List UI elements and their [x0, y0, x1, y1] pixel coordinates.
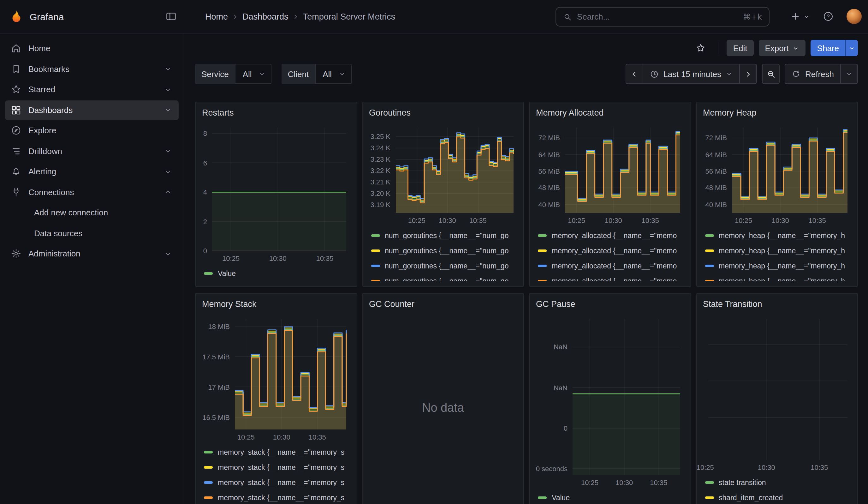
share-dropdown-button[interactable] [845, 40, 858, 56]
sidebar-item-starred[interactable]: Starred [5, 80, 179, 99]
legend-item[interactable]: memory_heap {__name__="memory_h [705, 274, 851, 281]
share-button[interactable]: Share [811, 40, 845, 56]
sidebar-item-alerting[interactable]: Alerting [5, 162, 179, 181]
zoom-out-button[interactable] [762, 64, 780, 84]
client-variable-select[interactable]: All [315, 64, 351, 84]
dashboard-main: Edit Export Share Service All [184, 33, 868, 504]
sidebar-item-explore[interactable]: Explore [5, 121, 179, 140]
sidebar-item-bookmarks[interactable]: Bookmarks [5, 59, 179, 79]
timeseries-chart [708, 319, 847, 460]
legend-series-color [371, 280, 380, 281]
chevron-down-icon[interactable] [164, 249, 172, 258]
x-axis-label: 10:30 [616, 479, 633, 486]
panel-title[interactable]: GC Counter [369, 299, 517, 310]
sidebar-item-add-new-connection[interactable]: Add new connection [5, 203, 179, 222]
breadcrumb-dashboards[interactable]: Dashboards [242, 12, 289, 21]
sidebar-item-home[interactable]: Home [5, 39, 179, 58]
y-axis-label: 72 MiB [705, 134, 727, 142]
legend-series-label: num_goroutines {__name__="num_go [385, 262, 508, 270]
legend-item[interactable]: num_goroutines {__name__="num_go [371, 243, 517, 258]
chart-plot[interactable] [708, 319, 847, 460]
chart-plot[interactable]: 72 MiB64 MiB56 MiB48 MiB40 MiB [565, 127, 680, 213]
legend-item[interactable]: Value [204, 266, 350, 281]
y-axis-label: 48 MiB [705, 184, 727, 192]
panel-title[interactable]: Goroutines [369, 107, 517, 119]
user-avatar[interactable] [847, 9, 862, 24]
chevron-down-icon[interactable] [164, 105, 172, 114]
edit-button[interactable]: Edit [727, 40, 754, 56]
legend-item[interactable]: num_goroutines {__name__="num_go [371, 274, 517, 281]
x-axis-label: 10:35 [469, 217, 487, 224]
sidebar-item-dashboards[interactable]: Dashboards [5, 100, 179, 120]
chevron-down-icon[interactable] [164, 85, 172, 94]
panel-restarts: Restarts8642010:2510:3010:35Value [195, 102, 357, 287]
chevron-up-icon[interactable] [164, 187, 172, 196]
x-axis-label: 10:25 [568, 217, 585, 224]
chevron-down-icon[interactable] [164, 64, 172, 73]
legend-item[interactable]: memory_allocated {__name__="memo [538, 274, 684, 281]
star-dashboard-button[interactable] [692, 40, 710, 56]
sidebar-item-administration[interactable]: Administration [5, 244, 179, 263]
legend-series-color [204, 496, 213, 499]
time-range-picker[interactable]: Last 15 minutes [642, 64, 740, 84]
legend-item[interactable]: memory_heap {__name__="memory_h [705, 258, 851, 274]
panel-title[interactable]: Memory Stack [202, 299, 350, 310]
grafana-app: Grafana Home Dashboards Temporal Server … [0, 0, 868, 504]
legend-series-label: Value [218, 270, 236, 277]
chart-plot[interactable]: NaNNaN00 seconds [572, 319, 680, 475]
legend-item[interactable]: shard_item_created [705, 490, 851, 504]
chart-plot[interactable]: 86420 [212, 127, 346, 251]
legend-item[interactable]: Value [538, 490, 684, 504]
chevron-down-icon[interactable] [164, 167, 172, 176]
panel-title[interactable]: Memory Heap [703, 107, 851, 119]
sidebar-toggle-icon[interactable] [165, 11, 177, 22]
sidebar-item-connections[interactable]: Connections [5, 182, 179, 202]
legend-item[interactable]: memory_allocated {__name__="memo [538, 243, 684, 258]
breadcrumb-current: Temporal Server Metrics [303, 12, 395, 21]
legend-series-color [538, 265, 547, 267]
legend-item[interactable]: memory_stack {__name__="memory_s [204, 490, 350, 504]
panel-title[interactable]: State Transition [703, 299, 851, 310]
y-axis-label: 64 MiB [538, 151, 560, 158]
chevron-down-icon[interactable] [164, 146, 172, 155]
time-range-label: Last 15 minutes [663, 69, 721, 79]
grafana-logo[interactable] [9, 10, 23, 23]
chart-plot[interactable]: 18 MiB17.5 MiB17 MiB16.5 MiB [235, 319, 346, 430]
x-axis-label: 10:30 [439, 217, 456, 224]
chevron-right-icon [744, 70, 753, 78]
sidebar-item-drilldown[interactable]: Drilldown [5, 141, 179, 161]
legend-item[interactable]: memory_stack {__name__="memory_s [204, 445, 350, 460]
refresh-button[interactable]: Refresh [785, 64, 841, 84]
x-axis-label: 10:30 [772, 217, 789, 224]
sidebar-item-data-sources[interactable]: Data sources [5, 223, 179, 243]
search-input[interactable]: Search... ⌘+k [556, 7, 769, 27]
y-axis-label: 16.5 MiB [202, 414, 230, 421]
panel-title[interactable]: GC Pause [536, 299, 684, 310]
breadcrumb-home[interactable]: Home [205, 12, 228, 21]
chart-plot[interactable]: 72 MiB64 MiB56 MiB48 MiB40 MiB [732, 127, 847, 213]
time-range-forward-button[interactable] [740, 64, 757, 84]
y-axis-label: 17.5 MiB [202, 353, 230, 360]
panel-title[interactable]: Memory Allocated [536, 107, 684, 119]
legend-item[interactable]: memory_heap {__name__="memory_h [705, 243, 851, 258]
x-axis-label: 10:30 [758, 464, 775, 471]
x-axis-label: 10:25 [735, 217, 752, 224]
legend-item[interactable]: memory_stack {__name__="memory_s [204, 475, 350, 490]
time-range-back-button[interactable] [625, 64, 643, 84]
legend-item[interactable]: memory_allocated {__name__="memo [538, 258, 684, 274]
legend-item[interactable]: num_goroutines {__name__="num_go [371, 228, 517, 243]
zoom-out-icon [766, 69, 776, 79]
legend-item[interactable]: memory_allocated {__name__="memo [538, 228, 684, 243]
legend-item[interactable]: memory_heap {__name__="memory_h [705, 228, 851, 243]
export-button[interactable]: Export [758, 40, 806, 56]
chart-plot[interactable]: 3.25 K3.24 K3.23 K3.22 K3.21 K3.20 K3.19… [395, 127, 513, 213]
legend-item[interactable]: num_goroutines {__name__="num_go [371, 258, 517, 274]
panel-title[interactable]: Restarts [202, 107, 350, 119]
new-button[interactable] [790, 11, 810, 21]
legend-item[interactable]: memory_stack {__name__="memory_s [204, 460, 350, 475]
legend-series-label: num_goroutines {__name__="num_go [385, 247, 508, 255]
help-icon[interactable]: ? [823, 11, 834, 22]
legend-item[interactable]: state transition [705, 475, 851, 490]
service-variable-select[interactable]: All [235, 64, 271, 84]
refresh-interval-dropdown[interactable] [840, 64, 858, 84]
